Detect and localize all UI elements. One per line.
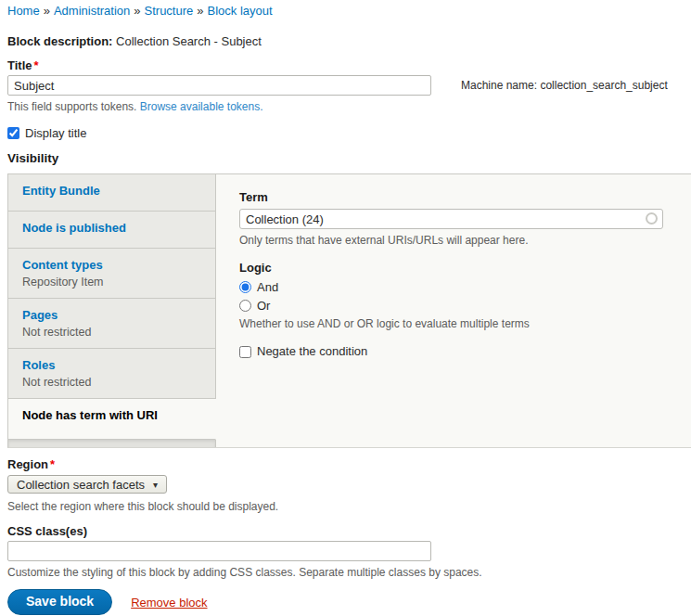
title-label: Title*	[7, 58, 691, 73]
term-autocomplete-input[interactable]	[239, 209, 663, 229]
required-marker: *	[50, 457, 55, 471]
browse-tokens-link[interactable]: Browse available tokens.	[140, 100, 263, 113]
breadcrumb-link-home[interactable]: Home	[7, 4, 40, 18]
region-label-text: Region	[7, 457, 48, 471]
tab-entity-bundle[interactable]: Entity Bundle	[8, 174, 216, 212]
logic-and-label: And	[257, 280, 278, 294]
breadcrumb: Home»Administration»Structure»Block layo…	[7, 4, 691, 18]
autocomplete-throbber-icon	[646, 212, 658, 225]
region-selected-value: Collection search facets	[17, 478, 145, 492]
title-input[interactable]	[7, 75, 431, 96]
tab-roles[interactable]: Roles Not restricted	[8, 349, 216, 399]
block-description: Block description: Collection Search - S…	[7, 34, 691, 49]
breadcrumb-separator: »	[44, 4, 50, 18]
breadcrumb-link-block-layout[interactable]: Block layout	[208, 4, 273, 18]
breadcrumb-link-structure[interactable]: Structure	[145, 4, 194, 18]
tabs-menu-filler	[8, 440, 216, 447]
display-title-checkbox[interactable]	[7, 127, 19, 139]
visibility-vertical-tabs: Entity Bundle Node is published Content …	[7, 173, 691, 448]
title-description: This field supports tokens. Browse avail…	[7, 100, 691, 114]
tab-node-has-term-with-uri[interactable]: Node has term with URI	[8, 399, 216, 440]
region-select[interactable]: Collection search facets ▾	[7, 475, 167, 494]
negate-condition-checkbox[interactable]	[239, 346, 251, 358]
logic-description: Whether to use AND or OR logic to evalua…	[239, 317, 671, 331]
tab-summary: Not restricted	[22, 326, 206, 340]
breadcrumb-separator: »	[197, 4, 203, 18]
tab-node-is-published[interactable]: Node is published	[8, 212, 216, 249]
tab-label: Entity Bundle	[22, 184, 206, 199]
breadcrumb-separator: »	[134, 4, 140, 18]
term-description: Only terms that have external URIs/URLs …	[239, 234, 671, 248]
logic-or-radio[interactable]	[239, 300, 251, 312]
tab-summary: Repository Item	[22, 276, 206, 289]
required-marker: *	[34, 58, 39, 72]
tab-summary: Not restricted	[22, 376, 206, 390]
title-label-text: Title	[7, 58, 32, 72]
css-classes-input[interactable]	[7, 541, 431, 561]
remove-block-link[interactable]: Remove block	[131, 596, 207, 610]
display-title-row: Display title	[7, 126, 691, 140]
region-label: Region*	[7, 457, 691, 472]
tab-pages[interactable]: Pages Not restricted	[8, 299, 216, 349]
form-actions: Save block Remove block	[7, 589, 691, 615]
negate-condition-label: Negate the condition	[257, 344, 367, 359]
logic-or-label: Or	[257, 299, 270, 313]
block-description-value: Collection Search - Subject	[116, 34, 262, 48]
css-classes-description: Customize the styling of this block by a…	[7, 566, 691, 580]
visibility-heading: Visibility	[7, 150, 691, 166]
term-condition-pane: Term Only terms that have external URIs/…	[216, 174, 691, 447]
tab-label: Content types	[22, 258, 206, 273]
title-description-text: This field supports tokens.	[7, 100, 136, 113]
tab-content-types[interactable]: Content types Repository Item	[8, 249, 216, 299]
css-classes-label: CSS class(es)	[7, 524, 691, 539]
save-block-button[interactable]: Save block	[7, 589, 112, 615]
machine-name: Machine name: collection_search_subject	[461, 79, 668, 92]
tab-label: Roles	[22, 358, 206, 373]
tab-label: Node has term with URI	[22, 408, 206, 423]
breadcrumb-link-administration[interactable]: Administration	[54, 4, 130, 18]
display-title-label: Display title	[25, 126, 86, 140]
region-field-group: Region* Collection search facets ▾ Selec…	[7, 457, 691, 514]
title-field-group: Title* Machine name: collection_search_s…	[7, 58, 691, 114]
tab-label: Pages	[22, 308, 206, 323]
tab-label: Node is published	[22, 221, 206, 236]
region-description: Select the region where this block shoul…	[7, 500, 691, 514]
logic-and-radio[interactable]	[239, 281, 251, 293]
css-classes-field-group: CSS class(es) Customize the styling of t…	[7, 524, 691, 580]
visibility-tabs-menu: Entity Bundle Node is published Content …	[8, 174, 216, 447]
chevron-down-icon: ▾	[153, 480, 158, 490]
block-description-label: Block description:	[7, 34, 112, 48]
term-label: Term	[239, 190, 671, 205]
logic-label: Logic	[239, 261, 671, 276]
